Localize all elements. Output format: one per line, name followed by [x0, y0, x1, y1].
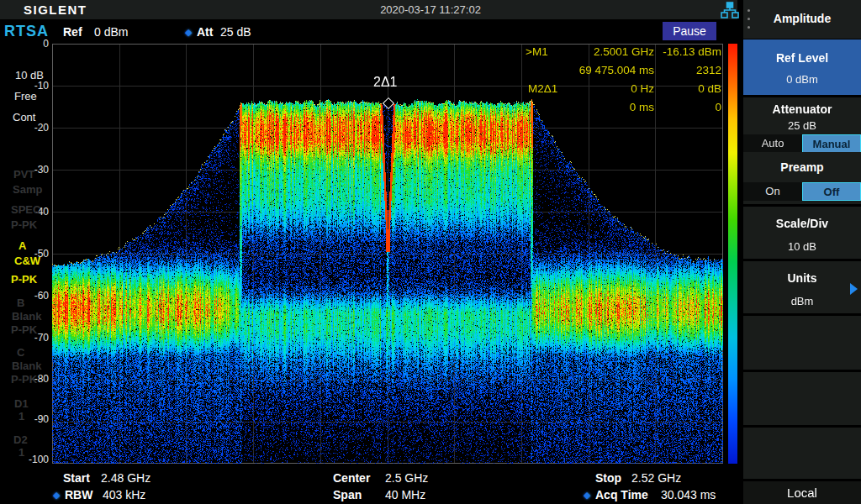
softkey-preamp[interactable]: Preamp On Off [743, 152, 861, 204]
trace-pvt-detector: Samp [13, 183, 42, 196]
stop-freq-value[interactable]: 2.52 GHz [631, 471, 681, 485]
sweep-mode-label: Cont [13, 111, 35, 123]
attenuator-auto-toggle[interactable]: Auto [743, 134, 802, 153]
trace-a-label: A [18, 239, 26, 252]
trace-b-detector: P-PK [11, 323, 37, 336]
units-value: dBm [743, 295, 861, 307]
ref-label: Ref [63, 25, 82, 39]
softkey-attenuator[interactable]: Attenuator 25 dB Auto Manual [743, 97, 861, 150]
softkey-scale-div[interactable]: Scale/Div 10 dB [743, 207, 861, 259]
siglent-logo: SIGLENT [24, 3, 87, 17]
att-coupling-diamond-icon: ◆ [185, 27, 192, 38]
trace-spec-label: SPEC [11, 203, 40, 216]
delta-marker-label: 2Δ1 [373, 75, 397, 90]
menu-title-bar: Amplitude [743, 0, 861, 39]
center-freq-label: Center [333, 471, 370, 485]
att-value: 25 dB [220, 25, 251, 39]
menu-title: Amplitude [743, 12, 861, 25]
attenuator-label: Attenuator [743, 102, 861, 116]
trace-d2-label: D2 [13, 433, 28, 446]
trace-c-label: C [17, 346, 24, 359]
menu-scroll-dot-icon [747, 26, 750, 29]
marker-m2d1-density: 0 [661, 101, 721, 116]
marker-m2d1-amp: 0 dB [661, 82, 721, 97]
marker-m1-density: 2312 [661, 64, 721, 79]
softkey-ref-level[interactable]: Ref Level 0 dBm [743, 39, 861, 95]
trace-spec-detector: P-PK [11, 218, 37, 231]
preamp-label: Preamp [743, 160, 861, 174]
trigger-mode-label: Free [14, 90, 37, 102]
acq-time-label: Acq Time [595, 488, 648, 501]
span-value[interactable]: 40 MHz [385, 488, 425, 501]
trace-pvt-label: PVT [13, 168, 34, 181]
marker-m2d1-freq: 0 Hz [504, 82, 654, 97]
ref-level-label: Ref Level [743, 51, 861, 65]
ref-level-value: 0 dBm [743, 73, 861, 86]
center-freq-value[interactable]: 2.5 GHz [385, 471, 428, 485]
att-label: Att [197, 25, 213, 39]
trace-a-mode: C&W [14, 255, 40, 267]
trace-b-mode: Blank [12, 310, 41, 323]
density-colorbar-legend [728, 44, 737, 464]
acq-time-value[interactable]: 30.043 ms [661, 488, 716, 501]
softkey-menu-panel: Amplitude Ref Level 0 dBm Attenuator 25 … [743, 0, 861, 504]
trace-d2-value: 1 [18, 446, 24, 459]
attenuator-manual-toggle[interactable]: Manual [802, 134, 861, 153]
trace-a-detector: P-PK [11, 273, 37, 286]
attenuator-value: 25 dB [743, 119, 861, 132]
softkey-blank-2[interactable] [743, 372, 861, 425]
acq-coupling-diamond-icon: ◆ [584, 490, 590, 501]
marker-m2d1-time: 0 ms [504, 101, 654, 116]
softkey-blank-1[interactable] [743, 316, 861, 370]
preamp-on-toggle[interactable]: On [743, 182, 802, 201]
softkey-blank-3[interactable] [743, 428, 861, 479]
trace-c-detector: P-PK [11, 373, 37, 386]
ref-value: 0 dBm [94, 25, 128, 39]
start-freq-label: Start [63, 471, 90, 485]
scale-div-value: 10 dB [743, 240, 861, 253]
trace-d1-label: D1 [14, 397, 29, 410]
scale-per-div-label: 10 dB [15, 69, 44, 81]
y-axis-tick: 0 [17, 38, 49, 50]
trace-d1-value: 1 [18, 410, 24, 423]
rbw-value[interactable]: 403 kHz [103, 488, 145, 501]
lan-network-icon [721, 2, 739, 22]
submenu-arrow-icon [850, 283, 858, 295]
span-label: Span [333, 488, 362, 501]
local-status-bar[interactable]: Local [743, 481, 861, 504]
scale-div-label: Scale/Div [743, 217, 861, 230]
marker-m1-time: 69 475.004 ms [504, 64, 654, 79]
units-label: Units [743, 271, 861, 285]
y-axis-tick: -20 [17, 122, 49, 134]
trace-b-label: B [17, 297, 24, 309]
marker-m1-amp: -16.13 dBm [661, 45, 721, 60]
softkey-units[interactable]: Units dBm [743, 261, 861, 313]
marker-m1-freq: 2.5001 GHz [504, 45, 654, 60]
trace-c-mode: Blank [12, 360, 41, 372]
rbw-coupling-diamond-icon: ◆ [53, 490, 60, 501]
datetime-display: 2020-03-17 11:27:02 [304, 3, 557, 16]
preamp-off-toggle[interactable]: Off [802, 182, 861, 201]
stop-freq-label: Stop [595, 471, 621, 485]
start-freq-value[interactable]: 2.48 GHz [101, 471, 151, 485]
pause-button[interactable]: Pause [663, 22, 716, 40]
rbw-label: RBW [65, 488, 92, 501]
